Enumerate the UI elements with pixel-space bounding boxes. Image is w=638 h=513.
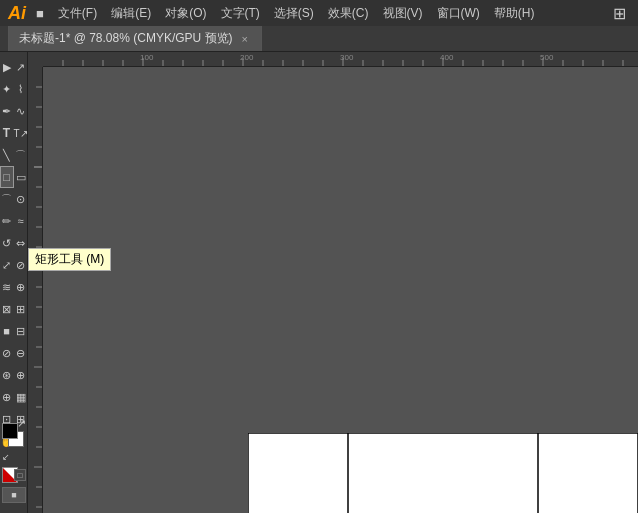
tab-bar: 未标题-1* @ 78.08% (CMYK/GPU 预览) × <box>0 26 638 52</box>
tool-group-blend: ⊛ ⊕ <box>0 364 28 386</box>
tool-group-brush: ⌒ ⊙ <box>0 188 28 210</box>
menu-object[interactable]: 对象(O) <box>159 3 212 24</box>
svg-rect-58 <box>248 433 638 513</box>
curvature-tool[interactable]: ∿ <box>14 100 28 122</box>
vertical-ruler <box>28 67 43 513</box>
tool-group-scale: ⤢ ⊘ <box>0 254 28 276</box>
tool-group-magic: ✦ ⌇ <box>0 78 28 100</box>
tool-group-shape: □ ▭ <box>0 166 28 188</box>
measure-tool[interactable]: ⊖ <box>14 342 28 364</box>
blend-tool[interactable]: ⊛ <box>0 364 14 386</box>
paintbrush-tool[interactable]: ⌒ <box>0 188 14 210</box>
line-tool[interactable]: ╲ <box>0 144 14 166</box>
svg-text:200: 200 <box>240 53 254 62</box>
svg-text:400: 400 <box>440 53 454 62</box>
blob-brush-tool[interactable]: ⊙ <box>14 188 28 210</box>
menu-edit[interactable]: 编辑(E) <box>105 3 157 24</box>
menu-file[interactable]: 文件(F) <box>52 3 103 24</box>
tool-group-eyedropper: ⊘ ⊖ <box>0 342 28 364</box>
menu-effect[interactable]: 效果(C) <box>322 3 375 24</box>
tool-group-pen: ✒ ∿ <box>0 100 28 122</box>
tab-label: 未标题-1* @ 78.08% (CMYK/GPU 预览) <box>19 30 233 47</box>
tool-group-pencil: ✏ ≈ <box>0 210 28 232</box>
magic-wand-tool[interactable]: ✦ <box>0 78 14 100</box>
reset-colors-icon[interactable]: ↙ <box>2 452 10 462</box>
column-chart-tool[interactable]: ▦ <box>14 386 28 408</box>
eyedropper-tool[interactable]: ⊘ <box>0 342 14 364</box>
shape-builder-tool[interactable]: ⊞ <box>14 298 28 320</box>
rect-tool[interactable]: □ <box>0 166 14 188</box>
gradient-tool[interactable]: ■ <box>0 320 14 342</box>
smooth-tool[interactable]: ≈ <box>14 210 28 232</box>
arc-tool[interactable]: ⌒ <box>14 144 28 166</box>
menu-bar: 文件(F) 编辑(E) 对象(O) 文字(T) 选择(S) 效果(C) 视图(V… <box>52 3 609 24</box>
tool-group-warp: ≋ ⊕ <box>0 276 28 298</box>
tab-close-button[interactable]: × <box>239 32 251 46</box>
toolbar: ▶ ↗ ✦ ⌇ ✒ ∿ T T↗ ╲ ⌒ □ ▭ ⌒ ⊙ ✏ ≈ <box>0 52 28 513</box>
reflect-tool[interactable]: ⇔ <box>14 232 28 254</box>
direct-selection-tool[interactable]: ↗ <box>14 56 28 78</box>
svg-text:100: 100 <box>140 53 154 62</box>
fill-color-mode[interactable]: ■ <box>2 487 26 503</box>
main-area: ▶ ↗ ✦ ⌇ ✒ ∿ T T↗ ╲ ⌒ □ ▭ ⌒ ⊙ ✏ ≈ <box>0 52 638 513</box>
tool-group-selection: ▶ ↗ <box>0 56 28 78</box>
menu-view[interactable]: 视图(V) <box>377 3 429 24</box>
foreground-color-swatch[interactable] <box>2 423 18 439</box>
svg-text:300: 300 <box>340 53 354 62</box>
free-transform-tool[interactable]: ⊠ <box>0 298 14 320</box>
horizontal-ruler: 100 200 300 400 500 <box>43 52 638 67</box>
tab-left-edge <box>0 26 8 51</box>
scale-tool[interactable]: ⤢ <box>0 254 14 276</box>
warp-tool[interactable]: ≋ <box>0 276 14 298</box>
menu-window[interactable]: 窗口(W) <box>431 3 486 24</box>
tool-group-build: ⊠ ⊞ <box>0 298 28 320</box>
shear-tool[interactable]: ⊘ <box>14 254 28 276</box>
tool-group-gradient: ■ ⊟ <box>0 320 28 342</box>
live-paint-tool[interactable]: ⊕ <box>14 364 28 386</box>
table-svg <box>248 433 638 513</box>
tool-group-symbol: ⊕ ▦ <box>0 386 28 408</box>
pencil-tool[interactable]: ✏ <box>0 210 14 232</box>
menu-type[interactable]: 文字(T) <box>215 3 266 24</box>
canvas-content <box>43 67 638 513</box>
grid-icon[interactable]: ⊞ <box>609 2 630 25</box>
svg-text:500: 500 <box>540 53 554 62</box>
active-tab[interactable]: 未标题-1* @ 78.08% (CMYK/GPU 预览) × <box>8 26 262 51</box>
canvas-area[interactable]: 100 200 300 400 500 <box>28 52 638 513</box>
color-area: ↗ ↙ <box>2 419 26 461</box>
symbol-tool[interactable]: ⊕ <box>0 386 14 408</box>
app-icon: ■ <box>36 6 44 21</box>
width-tool[interactable]: ⊕ <box>14 276 28 298</box>
type-tool[interactable]: T <box>0 122 14 144</box>
tool-group-rotate: ↺ ⇔ <box>0 232 28 254</box>
title-bar: Ai ■ 文件(F) 编辑(E) 对象(O) 文字(T) 选择(S) 效果(C)… <box>0 0 638 26</box>
tool-group-type: T T↗ <box>0 122 28 144</box>
menu-select[interactable]: 选择(S) <box>268 3 320 24</box>
tab-rest <box>262 26 638 51</box>
ai-logo: Ai <box>8 4 26 22</box>
tool-group-line: ╲ ⌒ <box>0 144 28 166</box>
rounded-rect-tool[interactable]: ▭ <box>14 166 28 188</box>
lasso-tool[interactable]: ⌇ <box>14 78 28 100</box>
pen-tool[interactable]: ✒ <box>0 100 14 122</box>
mesh-tool[interactable]: ⊟ <box>14 320 28 342</box>
rotate-tool[interactable]: ↺ <box>0 232 14 254</box>
menu-help[interactable]: 帮助(H) <box>488 3 541 24</box>
touch-type-tool[interactable]: T↗ <box>14 122 28 144</box>
rulers-corner <box>28 52 43 67</box>
selection-tool[interactable]: ▶ <box>0 56 14 78</box>
